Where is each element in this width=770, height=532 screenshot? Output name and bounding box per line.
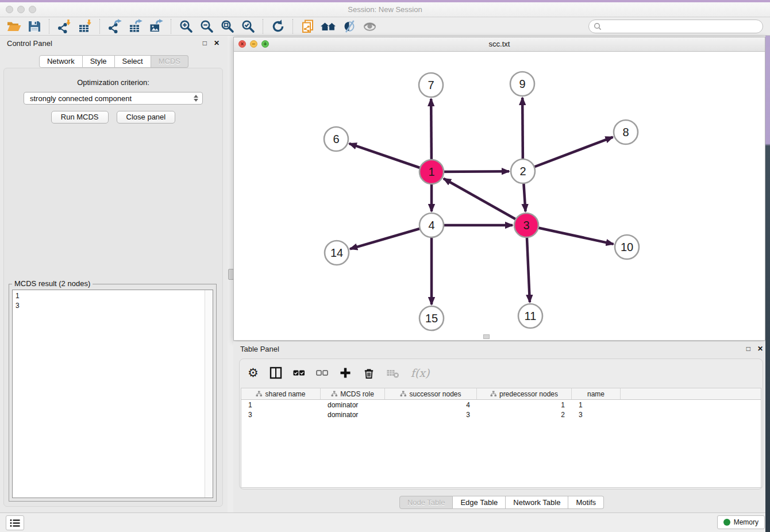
minimize-window-button[interactable] xyxy=(17,6,25,13)
import-network-icon xyxy=(57,19,72,34)
table-cell[interactable]: 1 xyxy=(572,401,621,409)
tab-network[interactable]: Network xyxy=(39,55,83,68)
table-settings-button[interactable]: ⚙ xyxy=(248,367,259,379)
export-network-icon xyxy=(107,19,122,34)
hierarchy-icon xyxy=(400,391,406,397)
control-panel-header: Control Panel □ ✕ xyxy=(0,36,228,51)
delete-column-button[interactable] xyxy=(363,367,375,379)
close-window-button[interactable] xyxy=(6,6,13,13)
table-cell[interactable]: 2 xyxy=(477,411,572,419)
graph-edge-1-6[interactable] xyxy=(349,144,432,172)
close-panel-icon[interactable]: ✕ xyxy=(757,345,763,353)
home-icon xyxy=(320,19,337,34)
export-table-button[interactable] xyxy=(126,18,145,34)
select-all-columns-button[interactable] xyxy=(293,368,305,377)
column-header-mcds-role[interactable]: MCDS role xyxy=(321,388,385,399)
close-view-button[interactable]: × xyxy=(238,40,246,48)
table-cell[interactable]: dominator xyxy=(321,401,385,409)
column-header-successor-nodes[interactable]: successor nodes xyxy=(385,388,477,399)
float-panel-icon[interactable]: □ xyxy=(746,345,750,353)
tab-network-table[interactable]: Network Table xyxy=(506,496,568,509)
export-table-icon xyxy=(128,19,143,34)
search-input[interactable] xyxy=(602,22,759,31)
save-session-button[interactable] xyxy=(25,18,44,34)
tab-node-table[interactable]: Node Table xyxy=(399,496,453,509)
run-mcds-button[interactable]: Run MCDS xyxy=(51,111,109,124)
toggle-details-button[interactable] xyxy=(340,18,359,34)
tab-style[interactable]: Style xyxy=(83,55,115,68)
desktop-edge xyxy=(765,36,770,532)
graph-edge-2-8[interactable] xyxy=(523,137,613,171)
minimize-view-button[interactable]: − xyxy=(250,40,257,48)
function-builder-button[interactable]: f(x) xyxy=(411,367,430,379)
table-cell[interactable]: 3 xyxy=(241,411,321,419)
float-panel-icon[interactable]: □ xyxy=(203,39,207,47)
delete-table-button[interactable] xyxy=(386,367,400,379)
table-cell[interactable]: 4 xyxy=(385,401,477,409)
mcds-tab-content: Optimization criterion: strongly connect… xyxy=(3,68,223,507)
add-column-button[interactable] xyxy=(339,367,352,379)
tab-select[interactable]: Select xyxy=(115,55,151,68)
search-box[interactable] xyxy=(588,20,763,33)
column-header-shared-name[interactable]: shared name xyxy=(241,388,321,399)
tab-edge-table[interactable]: Edge Table xyxy=(453,496,506,509)
search-icon xyxy=(593,22,602,31)
table-row[interactable]: 1dominator411 xyxy=(241,400,761,410)
export-image-icon xyxy=(149,19,164,34)
toolbar-separator xyxy=(263,19,264,34)
refresh-button[interactable] xyxy=(269,18,287,34)
criterion-dropdown[interactable]: strongly connected component xyxy=(24,92,203,105)
zoom-in-button[interactable] xyxy=(177,18,195,34)
node-table: shared nameMCDS rolesuccessor nodesprede… xyxy=(241,388,761,488)
graph-node-label: 9 xyxy=(519,78,525,90)
column-header-predecessor-nodes[interactable]: predecessor nodes xyxy=(477,388,572,399)
tab-motifs[interactable]: Motifs xyxy=(568,496,604,509)
show-hide-button[interactable] xyxy=(361,18,379,34)
memory-status-icon xyxy=(723,519,730,526)
table-panel-title: Table Panel xyxy=(240,345,279,353)
zoom-selected-button[interactable] xyxy=(239,18,257,34)
zoom-out-icon xyxy=(199,19,214,34)
table-cell[interactable]: 1 xyxy=(241,401,321,409)
control-panel-title: Control Panel xyxy=(7,39,52,48)
zoom-out-button[interactable] xyxy=(198,18,216,34)
control-panel: Control Panel □ ✕ NetworkStyleSelectMCDS… xyxy=(0,36,228,513)
export-image-button[interactable] xyxy=(147,18,165,34)
open-session-button[interactable] xyxy=(5,18,23,34)
graph-node-label: 7 xyxy=(428,79,434,91)
import-table-button[interactable] xyxy=(76,18,94,34)
close-panel-button[interactable]: Close panel xyxy=(117,111,176,124)
graph-edge-3-1[interactable] xyxy=(444,179,526,225)
delete-table-icon xyxy=(386,367,400,379)
close-panel-icon[interactable]: ✕ xyxy=(214,39,220,47)
tab-mcds[interactable]: MCDS xyxy=(151,55,188,68)
result-scrollbar[interactable] xyxy=(205,290,213,498)
main-toolbar xyxy=(0,17,770,36)
home-button[interactable] xyxy=(319,18,338,34)
deselect-all-columns-button[interactable] xyxy=(316,368,328,377)
table-cell[interactable]: 3 xyxy=(385,411,477,419)
column-pane-button[interactable] xyxy=(270,367,282,379)
result-line: 1 xyxy=(16,291,210,301)
network-canvas[interactable]: 1234678910111415 xyxy=(234,52,765,341)
import-network-button[interactable] xyxy=(55,18,74,34)
table-row[interactable]: 3dominator323 xyxy=(241,410,761,419)
network-window-titlebar[interactable]: × − + scc.txt xyxy=(234,37,765,52)
table-cell[interactable]: dominator xyxy=(321,411,385,419)
window-resize-handle[interactable] xyxy=(483,334,490,339)
zoom-fit-button[interactable] xyxy=(218,18,237,34)
column-header-name[interactable]: name xyxy=(572,388,621,399)
duplicate-network-button[interactable] xyxy=(299,18,317,34)
table-cell[interactable]: 3 xyxy=(572,411,621,419)
maximize-window-button[interactable] xyxy=(29,6,36,13)
table-cell[interactable]: 1 xyxy=(477,401,572,409)
status-bar: Memory xyxy=(0,512,770,532)
task-history-button[interactable] xyxy=(6,515,24,530)
memory-button[interactable]: Memory xyxy=(717,515,765,529)
export-network-button[interactable] xyxy=(106,18,124,34)
import-table-icon xyxy=(78,19,93,34)
maximize-view-button[interactable]: + xyxy=(261,40,269,48)
mcds-result-list[interactable]: 13 xyxy=(12,290,213,498)
result-line: 3 xyxy=(16,301,210,311)
graph-edge-3-10[interactable] xyxy=(526,225,614,244)
